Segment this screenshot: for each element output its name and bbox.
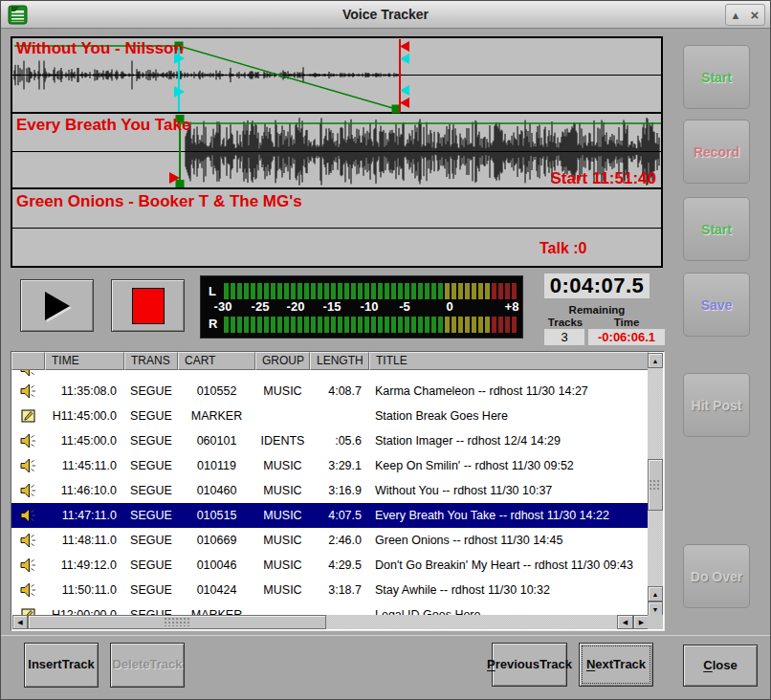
meter-segment [311, 317, 316, 333]
log-row[interactable]: 11:45:00.0SEGUE060101IDENTS:05.6Station … [11, 428, 649, 453]
meter-right-label: R [209, 317, 217, 331]
meter-segment [458, 283, 463, 299]
vertical-scrollbar[interactable]: ▲ ▲ ▼ [648, 353, 663, 617]
hit-post-button[interactable]: Hit Post [683, 373, 750, 437]
log-row[interactable]: 11:48:11.0SEGUE010669MUSIC2:46.0Green On… [11, 528, 649, 553]
window-title: Voice Tracker [1, 7, 770, 22]
window-controls: ▲ × [725, 4, 765, 26]
meter-segment [472, 317, 476, 333]
meter-segment [224, 317, 229, 333]
play-button[interactable] [20, 279, 94, 332]
segue-start-button[interactable]: Start [683, 45, 750, 109]
log-row[interactable]: 11:47:11.0SEGUE010515MUSIC4:07.5Every Br… [11, 503, 649, 528]
log-cell-time: 11:50:11.0 [45, 578, 124, 602]
log-row[interactable]: 11:45:11.0SEGUE010119MUSIC3:29.1Keep On … [11, 453, 649, 478]
horizontal-scrollbar[interactable]: ◀ ◀ ▶ [12, 615, 650, 629]
meter-segment [251, 283, 255, 299]
log-cell-trans: SEGUE [124, 553, 178, 578]
log-column-header-icon[interactable] [11, 352, 45, 370]
meter-segment [291, 317, 296, 333]
meter-segment [445, 317, 450, 333]
log-row[interactable] [11, 370, 649, 379]
meter-segment [385, 317, 389, 333]
log-row-type-icon [11, 379, 45, 404]
meter-scale-tick: -10 [361, 299, 379, 314]
log-cell-time [45, 370, 124, 379]
tracker-waveform-region[interactable]: Without You - Nilsson Every Breath You T… [11, 36, 663, 268]
scroll-up-button-2[interactable]: ▲ [648, 586, 663, 602]
meter-scale-tick: -15 [323, 299, 341, 314]
speaker-icon [20, 483, 36, 498]
log-column-header-TIME[interactable]: TIME [45, 352, 124, 370]
meter-segment [297, 283, 302, 299]
meter-segment [297, 317, 302, 333]
log-row-type-icon [11, 528, 45, 553]
scroll-left-button[interactable]: ◀ [12, 615, 28, 629]
meter-segment [391, 283, 396, 299]
meter-segment [452, 283, 456, 299]
meter-segment [244, 317, 249, 333]
log-column-header-TITLE[interactable]: TITLE [369, 352, 649, 370]
meter-segment [291, 283, 296, 299]
meter-segment [478, 283, 483, 299]
meter-segment [405, 283, 409, 299]
meter-segment [371, 283, 376, 299]
insert-track-button[interactable]: InsertTrack [24, 643, 99, 688]
meter-segment [251, 317, 255, 333]
log-row-type-icon [11, 404, 45, 428]
shade-button[interactable]: ▲ [726, 5, 745, 25]
stop-button[interactable] [111, 279, 185, 332]
meter-scale-tick: -5 [399, 299, 410, 314]
save-button[interactable]: Save [683, 273, 750, 337]
log-cell-length: 3:18.7 [310, 578, 369, 602]
log-column-header-LENGTH[interactable]: LENGTH [310, 352, 369, 370]
meter-segment [277, 283, 282, 299]
marker-note-icon [21, 408, 36, 424]
meter-segment [512, 317, 517, 333]
log-cell-length: 4:07.5 [310, 503, 369, 528]
log-cell-trans: SEGUE [124, 528, 178, 553]
log-cell-cart: 010046 [178, 553, 255, 578]
log-cell-title: Station Imager -- rdhost 12/4 14:29 [369, 428, 649, 453]
log-column-header-TRANS[interactable]: TRANS [124, 352, 178, 370]
close-button[interactable]: Close [683, 645, 758, 687]
track-start-button[interactable]: Start [683, 197, 750, 261]
horizontal-scroll-thumb[interactable] [28, 615, 326, 629]
speaker-icon [20, 533, 36, 548]
log-table[interactable]: TIMETRANSCARTGROUPLENGTHTITLE 11:35:08.0… [11, 351, 665, 631]
speaker-icon [20, 582, 36, 598]
log-cell-trans: SEGUE [124, 404, 178, 428]
log-row[interactable]: 11:46:10.0SEGUE010460MUSIC3:16.9Without … [11, 478, 649, 503]
scroll-left-button-2[interactable]: ◀ [617, 615, 633, 629]
next-track-button[interactable]: NextTrack [579, 643, 653, 687]
log-column-header-CART[interactable]: CART [178, 352, 255, 370]
meter-segment [257, 283, 262, 299]
log-row[interactable]: H11:45:00.0SEGUEMARKERStation Break Goes… [11, 404, 649, 428]
scroll-up-button[interactable]: ▲ [648, 353, 663, 368]
log-cell-group: MUSIC [255, 453, 310, 478]
log-row[interactable]: 11:49:12.0SEGUE010046MUSIC4:29.5Don't Go… [11, 553, 649, 578]
log-row[interactable]: H12:00:00.0SEGUEMARKERLegal ID Goes Here [11, 602, 649, 616]
do-over-button[interactable]: Do Over [683, 544, 750, 608]
meter-scale-tick: -25 [252, 299, 270, 314]
close-window-button[interactable]: × [745, 5, 764, 25]
vertical-scroll-thumb[interactable] [648, 459, 663, 511]
meter-segment [465, 283, 470, 299]
log-row[interactable]: 11:35:08.0SEGUE010552MUSIC4:08.7Karma Ch… [11, 379, 649, 404]
meter-segment [264, 317, 269, 333]
meter-segment [324, 317, 329, 333]
log-cell-time: 11:45:11.0 [45, 453, 124, 478]
previous-track-button[interactable]: PreviousTrack [492, 643, 567, 687]
meter-segment [458, 317, 463, 333]
log-row[interactable]: 11:50:11.0SEGUE010424MUSIC3:18.7Stay Awh… [11, 578, 649, 602]
record-button[interactable]: Record [683, 120, 750, 184]
meter-segment [311, 283, 316, 299]
log-column-header-GROUP[interactable]: GROUP [255, 352, 310, 370]
meter-segment [344, 283, 349, 299]
log-cell-time: 11:35:08.0 [45, 379, 124, 404]
delete-track-button[interactable]: DeleteTrack [110, 643, 185, 688]
log-cell-title: Every Breath You Take -- rdhost 11/30 14… [369, 503, 649, 528]
log-row-type-icon [11, 453, 45, 478]
log-cell-trans: SEGUE [124, 578, 178, 602]
meter-segment [304, 317, 309, 333]
